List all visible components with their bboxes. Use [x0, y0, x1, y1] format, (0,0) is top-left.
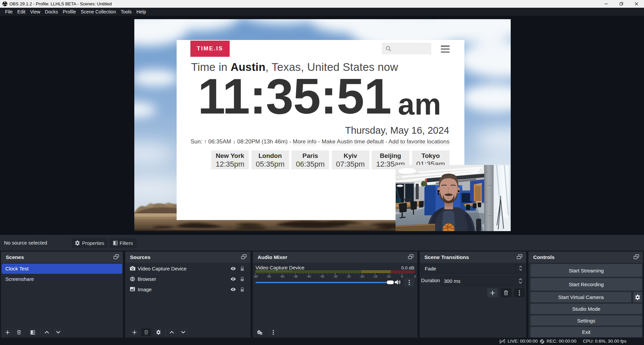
- source-toolbar: No source selected Properties Filters: [0, 235, 644, 251]
- sources-title: Sources: [130, 252, 150, 263]
- eye-icon[interactable]: [230, 266, 236, 271]
- combo-separator: [515, 264, 516, 273]
- volume-meter: [256, 272, 415, 273]
- source-properties-button[interactable]: [153, 328, 163, 336]
- remove-scene-button[interactable]: [14, 328, 24, 336]
- scene-item-clock-test[interactable]: Clock Test: [2, 264, 122, 274]
- scene-filters-button[interactable]: [28, 328, 38, 336]
- kebab-menu-icon: [273, 330, 274, 335]
- source-row-browser[interactable]: Browser: [125, 274, 250, 284]
- close-button[interactable]: [629, 0, 644, 8]
- eye-icon[interactable]: [230, 277, 236, 281]
- transition-select[interactable]: Fade: [421, 264, 525, 273]
- minimize-button[interactable]: [599, 0, 614, 8]
- spinner-arrows[interactable]: [519, 278, 522, 284]
- menu-docks[interactable]: Docks: [43, 8, 60, 16]
- menubar: File Edit View Docks Profile Scene Colle…: [0, 8, 644, 16]
- menu-help[interactable]: Help: [134, 8, 148, 16]
- dock-popout-icon[interactable]: [634, 254, 639, 259]
- remove-transition-button[interactable]: [501, 288, 511, 297]
- mixer-channel-menu-button[interactable]: [404, 278, 414, 287]
- source-row-image[interactable]: Image: [125, 285, 250, 295]
- properties-button[interactable]: Properties: [72, 238, 107, 248]
- mixer-db-value: 0.0 dB: [401, 265, 414, 270]
- tick-label: -15: [373, 275, 377, 278]
- clock-meridiem: am: [398, 89, 441, 119]
- lock-icon[interactable]: [240, 276, 244, 282]
- properties-label: Properties: [82, 241, 104, 246]
- mixer-channel-name: Video Capture Device: [256, 265, 305, 270]
- close-icon: [635, 2, 638, 6]
- volume-slider[interactable]: [256, 282, 394, 283]
- mixer-header: Audio Mixer: [253, 252, 417, 263]
- duration-value: 300 ms: [444, 277, 460, 286]
- start-streaming-button[interactable]: Start Streaming: [531, 264, 642, 277]
- kebab-menu-icon: [519, 290, 520, 296]
- spinner-arrows[interactable]: [519, 266, 522, 271]
- restore-button[interactable]: [614, 0, 629, 8]
- camera-icon: [130, 266, 135, 271]
- add-transition-button[interactable]: [487, 288, 498, 297]
- tick-label: -60: [253, 275, 258, 278]
- add-source-button[interactable]: [130, 328, 139, 336]
- source-up-button[interactable]: [167, 328, 177, 336]
- tick-label: -30: [333, 275, 337, 278]
- tick-label: -25: [347, 275, 351, 278]
- dock-popout-icon[interactable]: [517, 254, 522, 259]
- menu-scene-collection[interactable]: Scene Collection: [78, 8, 118, 16]
- obs-logo-icon: [2, 1, 7, 6]
- scene-down-button[interactable]: [53, 328, 63, 336]
- minimize-icon: [604, 2, 608, 6]
- audio-mixer-panel: Audio Mixer Video Capture Device 0.0 dB …: [253, 252, 417, 338]
- filters-button[interactable]: Filters: [109, 238, 137, 248]
- eye-icon[interactable]: [230, 287, 236, 292]
- transition-properties-button[interactable]: [514, 288, 525, 297]
- lock-icon[interactable]: [240, 287, 244, 292]
- source-down-button[interactable]: [178, 328, 188, 336]
- remove-source-button[interactable]: [141, 328, 151, 336]
- scene-item-screenshare[interactable]: Screenshare: [2, 274, 122, 284]
- trash-icon: [144, 330, 148, 335]
- dock-popout-icon[interactable]: [113, 254, 119, 259]
- add-scene-button[interactable]: [3, 328, 12, 336]
- scene-up-button[interactable]: [42, 328, 52, 336]
- menu-edit[interactable]: Edit: [15, 8, 28, 16]
- advanced-audio-button[interactable]: [255, 329, 265, 336]
- start-virtual-camera-button[interactable]: Start Virtual Camera: [531, 292, 631, 302]
- source-row-video-capture[interactable]: Video Capture Device: [125, 264, 250, 274]
- menu-file[interactable]: File: [3, 8, 15, 16]
- date-text: Thursday, May 16, 2024: [345, 125, 449, 136]
- menu-tools[interactable]: Tools: [118, 8, 134, 16]
- dock-popout-icon[interactable]: [241, 254, 247, 259]
- menu-view[interactable]: View: [28, 8, 43, 16]
- city-box: Kyiv07:35pm: [332, 150, 369, 169]
- kebab-menu-icon: [409, 280, 410, 285]
- mixer-menu-button[interactable]: [268, 329, 278, 336]
- start-recording-button[interactable]: Start Recording: [531, 278, 642, 291]
- volume-slider-handle[interactable]: [387, 281, 394, 284]
- plus-icon: [490, 291, 495, 295]
- speaker-icon[interactable]: [395, 279, 401, 285]
- scenes-title: Scenes: [6, 252, 24, 263]
- duration-spinbox[interactable]: 300 ms: [440, 276, 525, 286]
- video-preview[interactable]: TIME.IS Time in Austin, Texas, United St…: [134, 19, 511, 231]
- dock-popout-icon[interactable]: [408, 254, 414, 259]
- menu-profile[interactable]: Profile: [60, 8, 79, 16]
- more-info-link: More info: [293, 138, 317, 145]
- virtual-camera-settings-button[interactable]: [633, 292, 642, 302]
- trash-icon: [504, 290, 508, 295]
- studio-mode-button[interactable]: Studio Mode: [531, 304, 642, 314]
- duration-label: Duration: [421, 276, 439, 285]
- search-box: [382, 43, 431, 54]
- settings-button[interactable]: Settings: [531, 315, 642, 326]
- globe-icon: [130, 276, 135, 282]
- volume-meter: [256, 270, 415, 271]
- add-favorite-link: Add to favorite locations: [388, 138, 449, 145]
- live-time: LIVE: 00:00:00: [508, 338, 538, 345]
- gears-icon: [257, 330, 263, 335]
- sun-info-line: Sun: ↑ 06:35AM ↓ 08:20PM (13h 46m) - Mor…: [183, 138, 457, 145]
- city-box: New York12:35pm: [211, 150, 249, 169]
- lock-icon[interactable]: [240, 266, 244, 271]
- exit-button[interactable]: Exit: [531, 327, 642, 337]
- city-box: Paris06:35pm: [291, 150, 329, 169]
